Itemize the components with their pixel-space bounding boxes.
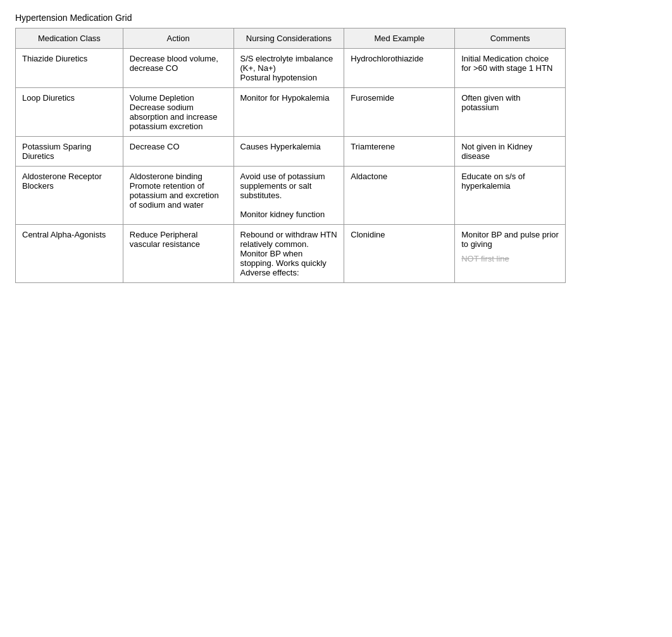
cell-action: Decrease blood volume, decrease CO	[123, 49, 233, 88]
header-comments: Comments	[455, 28, 566, 49]
cell-nursing: Rebound or withdraw HTN relatively commo…	[233, 225, 344, 283]
cell-class: Loop Diuretics	[16, 88, 123, 137]
table-row: Thiazide DiureticsDecrease blood volume,…	[16, 49, 566, 88]
cell-class: Thiazide Diuretics	[16, 49, 123, 88]
cell-med: Clonidine	[344, 225, 455, 283]
cell-action: Aldosterone binding Promote retention of…	[123, 167, 233, 225]
medication-table: Medication Class Action Nursing Consider…	[15, 28, 566, 283]
table-row: Central Alpha-AgonistsReduce Peripheral …	[16, 225, 566, 283]
cell-med: Aldactone	[344, 167, 455, 225]
header-nursing: Nursing Considerations	[233, 28, 344, 49]
table-row: Potassium Sparing DiureticsDecrease COCa…	[16, 137, 566, 167]
cell-class: Aldosterone Receptor Blockers	[16, 167, 123, 225]
cell-med: Hydrochlorothiazide	[344, 49, 455, 88]
table-row: Loop DiureticsVolume Depletion Decrease …	[16, 88, 566, 137]
cell-class: Central Alpha-Agonists	[16, 225, 123, 283]
header-action: Action	[123, 28, 233, 49]
cell-action: Volume Depletion Decrease sodium absorpt…	[123, 88, 233, 137]
strikethrough-text: NOT first line	[461, 254, 509, 263]
cell-class: Potassium Sparing Diuretics	[16, 137, 123, 167]
header-class: Medication Class	[16, 28, 123, 49]
cell-action: Reduce Peripheral vascular resistance	[123, 225, 233, 283]
cell-comments: Often given with potassium	[455, 88, 566, 137]
cell-nursing: Avoid use of potassium supplements or sa…	[233, 167, 344, 225]
cell-nursing: Monitor for Hypokalemia	[233, 88, 344, 137]
cell-comments: Monitor BP and pulse prior to givingNOT …	[455, 225, 566, 283]
cell-med: Furosemide	[344, 88, 455, 137]
header-med: Med Example	[344, 28, 455, 49]
page-title: Hypertension Medication Grid	[15, 13, 659, 23]
cell-comments: Educate on s/s of hyperkalemia	[455, 167, 566, 225]
cell-nursing: S/S electrolyte imbalance (K+, Na+) Post…	[233, 49, 344, 88]
cell-med: Triamterene	[344, 137, 455, 167]
table-row: Aldosterone Receptor BlockersAldosterone…	[16, 167, 566, 225]
cell-nursing: Causes Hyperkalemia	[233, 137, 344, 167]
cell-action: Decrease CO	[123, 137, 233, 167]
table-header-row: Medication Class Action Nursing Consider…	[16, 28, 566, 49]
cell-comments: Initial Medication choice for >60 with s…	[455, 49, 566, 88]
cell-comments: Not given in Kidney disease	[455, 137, 566, 167]
